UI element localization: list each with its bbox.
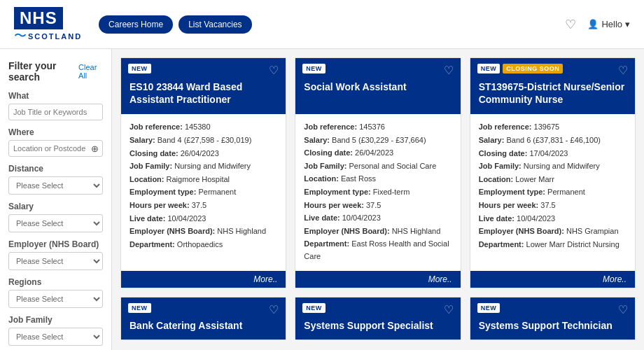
live-date-label: Live date: <box>130 214 165 223</box>
job-card-2-header: NEW ♡ Social Work Assistant <box>295 58 460 114</box>
salary-label: Salary: <box>130 136 155 144</box>
job-card-6-title: Systems Support Technician <box>479 320 626 331</box>
sidebar: Filter your search Clear All What Where … <box>0 49 112 350</box>
location-wrapper: ⊕ <box>8 140 103 157</box>
job-card-2-badges: NEW <box>302 64 326 74</box>
hours-label: Hours per week: <box>130 201 190 209</box>
job-card-4-badges: NEW <box>128 303 151 313</box>
job-reference-label: Job reference: <box>130 122 183 131</box>
location-field: Location: Raigmore Hospital <box>130 174 277 186</box>
job-card-3-more[interactable]: More.. <box>470 271 635 288</box>
where-label: Where <box>8 127 103 137</box>
job-card-3-badges: NEW CLOSING SOON <box>477 64 564 74</box>
job-card-6-favorite[interactable]: ♡ <box>618 303 628 316</box>
job-family-field: Job Family: Nursing and Midwifery <box>130 160 277 173</box>
jobs-grid: NEW ♡ ES10 23844 Ward Based Assistant Pr… <box>120 57 636 340</box>
what-label: What <box>8 91 103 101</box>
live-date-value: 10/04/2023 <box>167 214 206 223</box>
salary-value: Band 4 (£27,598 - £30,019) <box>158 136 252 144</box>
job-reference-field: Job reference: 145380 <box>130 121 277 134</box>
job-card-1-favorite[interactable]: ♡ <box>269 64 279 77</box>
chevron-down-icon: ▾ <box>625 19 630 29</box>
closing-date-value: 26/04/2023 <box>181 149 219 158</box>
hours-value: 37.5 <box>192 201 206 209</box>
employment-type-value: Permanent <box>198 188 236 196</box>
employer-field: Employer (NHS Board): NHS Highland <box>130 225 277 238</box>
job-card-4-title: Bank Catering Assistant <box>130 320 277 331</box>
job-card-1-body: Job reference: 145380 Salary: Band 4 (£2… <box>121 114 286 270</box>
where-input[interactable] <box>8 140 103 157</box>
employer-label: Employer (NHS Board) <box>8 239 103 249</box>
job-card-5-title: Systems Support Specialist <box>304 320 451 331</box>
employment-type-label: Employment type: <box>130 188 196 196</box>
job-card-1-badges: NEW <box>128 64 151 74</box>
employment-type-field: Employment type: Permanent <box>130 186 277 199</box>
job-card-4: NEW ♡ Bank Catering Assistant <box>120 297 286 340</box>
user-icon: 👤 <box>587 19 598 29</box>
job-card-1-title: ES10 23844 Ward Based Assistant Practiti… <box>130 80 277 106</box>
job-card-5: NEW ♡ Systems Support Specialist <box>295 297 461 340</box>
job-card-4-favorite[interactable]: ♡ <box>269 303 279 316</box>
distance-select[interactable]: Please Select <box>8 176 103 195</box>
department-field: Department: Orthopaedics <box>130 239 277 251</box>
live-date-field: Live date: 10/04/2023 <box>130 213 277 225</box>
user-menu[interactable]: 👤 Hello ▾ <box>587 19 630 29</box>
job-card-5-badges: NEW <box>302 303 326 313</box>
new-badge: NEW <box>128 303 151 313</box>
job-card-3-favorite[interactable]: ♡ <box>618 64 628 77</box>
closing-date-label: Closing date: <box>130 149 178 158</box>
job-reference-value: 145380 <box>185 122 211 131</box>
department-value: Orthopaedics <box>177 240 223 248</box>
job-card-1-header: NEW ♡ ES10 23844 Ward Based Assistant Pr… <box>121 58 286 114</box>
job-card-1: NEW ♡ ES10 23844 Ward Based Assistant Pr… <box>120 57 286 288</box>
job-family-label: Job Family: <box>130 162 172 170</box>
main-container: Filter your search Clear All What Where … <box>0 49 644 350</box>
job-card-3-body: Job reference: 139675 Salary: Band 6 (£3… <box>470 114 635 270</box>
new-badge: NEW <box>302 64 326 74</box>
employer-value: NHS Highland <box>217 227 266 235</box>
new-badge: NEW <box>128 64 151 74</box>
closing-soon-badge: CLOSING SOON <box>503 64 563 74</box>
job-card-2-title: Social Work Assistant <box>304 80 451 93</box>
clear-all-link[interactable]: Clear All <box>78 63 103 80</box>
new-badge: NEW <box>477 64 500 74</box>
job-card-4-header: NEW ♡ Bank Catering Assistant <box>121 298 286 340</box>
job-family-select[interactable]: Please Select <box>8 328 103 346</box>
list-vacancies-button[interactable]: List Vacancies <box>178 15 251 34</box>
header: NHS 〜 SCOTLAND Careers Home List Vacanci… <box>0 0 644 49</box>
salary-label: Salary <box>8 202 103 211</box>
new-badge: NEW <box>302 303 326 313</box>
location-label: Location: <box>130 175 164 183</box>
job-card-1-more[interactable]: More.. <box>121 271 286 288</box>
nhs-logo: NHS 〜 SCOTLAND <box>14 7 82 42</box>
job-card-3: NEW CLOSING SOON ♡ ST139675-District Nur… <box>470 57 636 288</box>
salary-field: Salary: Band 4 (£27,598 - £30,019) <box>130 134 277 147</box>
nhs-text: NHS <box>14 7 63 29</box>
regions-label: Regions <box>8 277 103 287</box>
location-value: Raigmore Hospital <box>167 175 230 183</box>
job-card-2: NEW ♡ Social Work Assistant Job referenc… <box>295 57 461 288</box>
employer-label: Employer (NHS Board): <box>130 227 215 235</box>
job-card-3-title: ST139675-District Nurse/Senior Community… <box>479 80 626 106</box>
job-card-6-badges: NEW <box>477 303 500 313</box>
location-icon: ⊕ <box>91 144 99 154</box>
salary-select[interactable]: Please Select <box>8 214 103 232</box>
regions-select[interactable]: Please Select <box>8 290 103 308</box>
scotland-text: SCOTLAND <box>28 32 82 41</box>
wave-icon: 〜 <box>14 29 27 42</box>
employer-select[interactable]: Please Select <box>8 252 103 270</box>
careers-home-button[interactable]: Careers Home <box>99 15 173 34</box>
closing-date-field: Closing date: 26/04/2023 <box>130 148 277 160</box>
job-card-6-header: NEW ♡ Systems Support Technician <box>470 298 635 340</box>
job-card-5-favorite[interactable]: ♡ <box>444 303 454 316</box>
job-card-5-header: NEW ♡ Systems Support Specialist <box>295 298 460 340</box>
filter-title: Filter your search <box>8 60 78 83</box>
favorites-icon[interactable]: ♡ <box>565 17 576 32</box>
job-family-value: Nursing and Midwifery <box>174 162 251 170</box>
content-area: NEW ♡ ES10 23844 Ward Based Assistant Pr… <box>112 49 644 350</box>
job-card-2-favorite[interactable]: ♡ <box>444 64 454 77</box>
job-card-2-more[interactable]: More.. <box>295 271 460 288</box>
hours-field: Hours per week: 37.5 <box>130 200 277 212</box>
what-input[interactable] <box>8 104 103 120</box>
new-badge: NEW <box>477 303 500 313</box>
